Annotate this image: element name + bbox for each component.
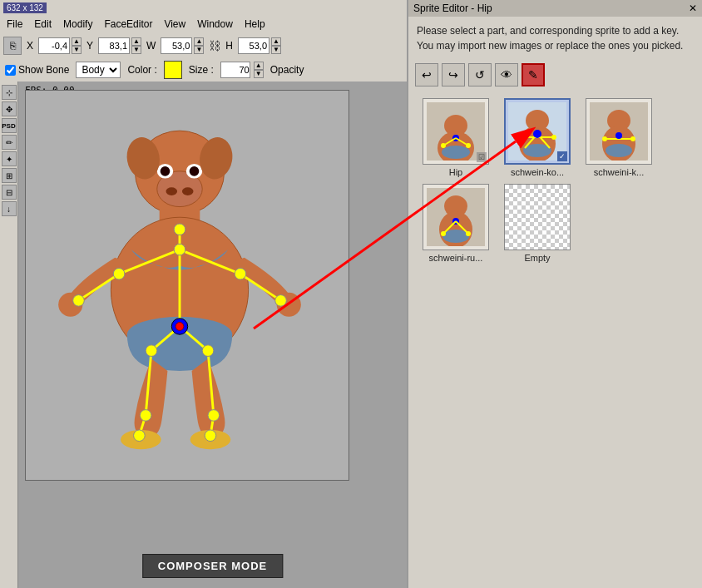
svg-point-40 xyxy=(205,430,216,442)
h-input[interactable] xyxy=(238,37,269,54)
sprite-cell-hip: ☑ Hip xyxy=(418,98,493,177)
menu-faceeditor[interactable]: FaceEditor xyxy=(99,17,157,32)
right-panel: Sprite Editor - Hip ✕ Please select a pa… xyxy=(407,0,702,588)
svg-point-30 xyxy=(113,268,125,279)
svg-point-35 xyxy=(146,345,157,357)
w-input[interactable] xyxy=(161,37,192,54)
svg-point-31 xyxy=(235,268,246,279)
svg-point-29 xyxy=(174,244,185,255)
body-dropdown[interactable]: Body xyxy=(76,62,121,78)
opacity-label: Opacity xyxy=(270,64,304,76)
svg-point-50 xyxy=(466,143,471,148)
w-input-group: ▲▼ xyxy=(161,37,204,54)
tool-select[interactable]: ⊹ xyxy=(2,85,17,100)
sprite-thumb-schwein-ko[interactable]: ✓ xyxy=(504,98,571,165)
svg-point-68 xyxy=(615,132,622,139)
svg-point-66 xyxy=(602,136,607,141)
sprite-tool-replace[interactable]: ↪ xyxy=(442,63,465,86)
y-input[interactable] xyxy=(98,37,130,54)
svg-point-64 xyxy=(606,144,632,157)
tool-magic[interactable]: ✦ xyxy=(2,151,17,166)
sprite-tool-eye[interactable]: 👁 xyxy=(495,63,518,86)
menu-window[interactable]: Window xyxy=(192,17,238,32)
sprite-label-empty: Empty xyxy=(524,253,550,263)
menu-bar: File Edit Modify FaceEditor View Window … xyxy=(0,15,407,33)
w-label: W xyxy=(146,40,156,52)
sprite-tool-import[interactable]: ↩ xyxy=(415,63,438,86)
canvas-area: FPS: 0.00 xyxy=(18,82,407,588)
size-up[interactable]: ▲ xyxy=(254,62,264,70)
y-down[interactable]: ▼ xyxy=(131,46,141,54)
y-input-group: ▲▼ xyxy=(98,37,141,54)
menu-view[interactable]: View xyxy=(159,17,190,32)
svg-point-59 xyxy=(551,135,556,140)
canvas-bg xyxy=(25,90,349,481)
svg-point-32 xyxy=(73,295,85,307)
sprite-thumb-schweini-ru[interactable] xyxy=(423,184,489,250)
svg-point-76 xyxy=(441,231,446,236)
y-up[interactable]: ▲ xyxy=(131,37,141,46)
sprite-label-schweini-k: schweini-k... xyxy=(594,167,645,177)
color-label: Color : xyxy=(127,64,156,76)
panel-title: Sprite Editor - Hip xyxy=(413,2,492,14)
sprite-label-schwein-ko: schwein-ko... xyxy=(511,167,564,177)
sprite-tool-rotate[interactable]: ↺ xyxy=(468,63,492,86)
svg-point-67 xyxy=(630,136,635,141)
svg-point-28 xyxy=(174,224,185,235)
panel-title-bar: Sprite Editor - Hip ✕ xyxy=(408,0,702,17)
h-input-group: ▲▼ xyxy=(238,37,281,54)
left-sidebar: ⊹ ✥ PSD ✏ ✦ ⊞ ⊟ ↓ xyxy=(0,82,18,588)
close-icon[interactable]: ✕ xyxy=(689,2,697,14)
color-swatch[interactable] xyxy=(164,61,182,79)
sprite-cell-empty: Empty xyxy=(500,184,575,263)
svg-point-36 xyxy=(202,345,214,357)
sprite-thumb-schweini-k[interactable] xyxy=(586,98,652,165)
toolbar: ⎘ X ▲▼ Y ▲▼ W ▲▼ ⛓ H ▲▼ xyxy=(0,33,407,58)
w-up[interactable]: ▲ xyxy=(194,37,204,46)
sprite-thumb-hip[interactable]: ☑ xyxy=(423,98,489,165)
chain-icon: ⛓ xyxy=(209,39,220,52)
menu-file[interactable]: File xyxy=(2,17,27,32)
svg-point-58 xyxy=(518,135,523,140)
svg-point-77 xyxy=(466,231,471,236)
sprite-toolbar: ↩ ↪ ↺ 👁 ✎ xyxy=(408,58,702,91)
options-bar: Show Bone Body Color : Size : ▲▼ Opacity xyxy=(0,58,407,82)
x-label: X xyxy=(27,40,33,52)
sprite-cell-schwein-ko: ✓ schwein-ko... xyxy=(500,98,575,177)
h-down[interactable]: ▼ xyxy=(271,46,281,54)
h-up[interactable]: ▲ xyxy=(271,37,281,46)
svg-point-45 xyxy=(442,146,470,159)
menu-edit[interactable]: Edit xyxy=(29,17,57,32)
svg-point-38 xyxy=(208,410,220,422)
toolbar-icon1[interactable]: ⎘ xyxy=(3,37,22,55)
tool-psd[interactable]: PSD xyxy=(2,118,17,133)
tool-move[interactable]: ✥ xyxy=(2,101,17,116)
tool-grid1[interactable]: ⊞ xyxy=(2,168,17,183)
sprite-thumb-empty[interactable] xyxy=(504,184,571,250)
tool-grid2[interactable]: ⊟ xyxy=(2,185,17,200)
size-badge: 632 x 132 xyxy=(3,2,47,13)
size-input[interactable] xyxy=(220,62,250,78)
top-bar: 632 x 132 xyxy=(0,0,407,15)
svg-point-3 xyxy=(182,187,194,195)
tool-pen[interactable]: ✏ xyxy=(2,135,17,150)
svg-point-33 xyxy=(275,295,287,307)
svg-point-37 xyxy=(140,410,151,422)
w-down[interactable]: ▼ xyxy=(194,46,204,54)
show-bone-label: Show Bone xyxy=(18,64,69,76)
svg-point-39 xyxy=(134,430,146,442)
size-down[interactable]: ▼ xyxy=(254,70,264,78)
x-input[interactable] xyxy=(38,37,70,54)
svg-point-49 xyxy=(441,143,446,148)
show-bone-checkbox[interactable] xyxy=(5,65,16,76)
menu-modify[interactable]: Modify xyxy=(58,17,97,32)
character-svg xyxy=(34,99,325,465)
sprite-grid: ☑ Hip ✓ schwein- xyxy=(408,91,702,269)
sprite-tool-edit[interactable]: ✎ xyxy=(522,63,545,86)
x-up[interactable]: ▲ xyxy=(72,37,82,46)
tool-import[interactable]: ↓ xyxy=(2,201,17,216)
menu-help[interactable]: Help xyxy=(240,17,270,32)
size-label: Size : xyxy=(189,64,214,76)
x-down[interactable]: ▼ xyxy=(72,46,82,54)
y-label: Y xyxy=(87,40,93,52)
